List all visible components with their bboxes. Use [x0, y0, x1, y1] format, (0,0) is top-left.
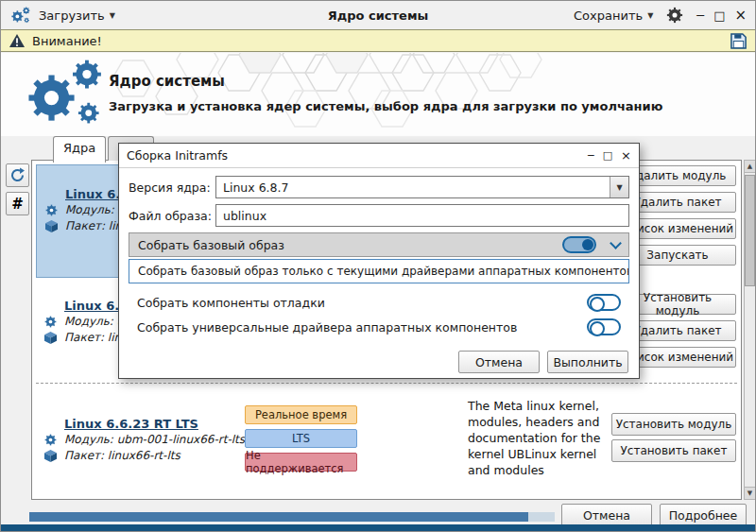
kernel-package-text: Пакет: linux66-rt-lts [64, 449, 180, 462]
realtime-badge: Реальное время [245, 405, 357, 424]
kernel-description: The Meta linux kernel, modules, headers … [468, 398, 611, 478]
module-icon [43, 204, 60, 216]
floppy-icon [730, 32, 747, 50]
kernel-item[interactable]: Linux 6.6.23 RT LTS Модуль: ubm-001-linu… [36, 401, 245, 464]
page-header: Ядро системы Загрузка и установка ядер с… [1, 53, 755, 136]
refresh-icon [9, 167, 26, 183]
debug-components-option-row: Собрать компоненты отладки [129, 291, 629, 314]
gears-logo-icon [16, 56, 111, 133]
dialog-close-button[interactable]: × [621, 148, 631, 163]
dialog-window-controls: ─ □ × [588, 148, 631, 163]
dialog-minimize-button[interactable]: ─ [588, 149, 594, 162]
warning-bar: Внимание! [1, 29, 755, 52]
refresh-button[interactable] [6, 163, 29, 187]
image-file-input[interactable] [215, 204, 629, 227]
maximize-button[interactable]: □ [713, 9, 725, 22]
hexagon-pattern [1, 53, 755, 136]
option-label: Собрать компоненты отладки [137, 296, 587, 310]
package-icon [42, 450, 59, 462]
tab-kernels[interactable]: Ядра [53, 136, 106, 163]
module-icon [42, 434, 59, 446]
list-separator [36, 383, 737, 384]
dialog-run-button[interactable]: Выполнить [547, 351, 628, 373]
app-window: Ядро системы Загрузить ▼ Сохранить ▼ ─ [0, 0, 756, 532]
app-gears-icon [9, 6, 32, 26]
progress-bar [29, 512, 555, 522]
settings-gear-icon[interactable] [666, 7, 683, 24]
package-icon [43, 220, 60, 232]
combo-dropdown-button[interactable]: ▼ [610, 177, 628, 197]
load-menu-button[interactable]: Загрузить ▼ [39, 9, 115, 23]
install-package-button[interactable]: Установить пакет [611, 439, 736, 462]
scroll-down-button[interactable]: ▼ [745, 487, 755, 499]
save-file-button[interactable] [730, 32, 747, 50]
status-strip [1, 524, 755, 531]
minimize-button[interactable]: ─ [696, 9, 704, 22]
base-image-toggle[interactable] [562, 236, 596, 253]
base-image-section-header[interactable]: Собрать базовый образ [129, 232, 629, 257]
package-icon [42, 332, 59, 344]
load-menu-label: Загрузить [39, 9, 105, 23]
page-title: Ядро системы [109, 73, 225, 90]
module-icon [42, 316, 59, 328]
warning-icon [9, 33, 26, 48]
titlebar: Ядро системы Загрузить ▼ Сохранить ▼ ─ [1, 1, 755, 29]
option-label: Собрать базовый образ только с текущими … [138, 265, 629, 278]
kernel-module-text: Модуль: ubm-001-linux66-rt-lts [64, 433, 245, 446]
install-module-button[interactable]: Установить модуль [611, 413, 736, 436]
chevron-down-icon[interactable] [610, 237, 622, 249]
kernel-version-label: Версия ядра: [129, 180, 215, 195]
dialog-title: Сборка Initramfs [127, 148, 228, 163]
unsupported-badge: Не поддерживается [245, 453, 357, 472]
kernel-version-value: Linux 6.8.7 [223, 180, 288, 195]
vertical-scrollbar[interactable]: ▲ ▼ [744, 160, 756, 500]
save-menu-button[interactable]: Сохранить ▼ [574, 9, 653, 23]
dialog-cancel-button[interactable]: Отмена [458, 351, 540, 373]
save-menu-label: Сохранить [574, 9, 643, 23]
cancel-button[interactable]: Отмена [561, 504, 652, 526]
image-file-label: Файл образа: [129, 209, 215, 223]
numbered-list-button[interactable]: # [6, 192, 29, 215]
initramfs-dialog: Сборка Initramfs ─ □ × Версия ядра: Linu… [118, 143, 640, 379]
debug-components-toggle[interactable] [587, 294, 621, 311]
side-toolbar: # [6, 163, 29, 215]
close-button[interactable]: × [734, 9, 747, 23]
kernel-version-select[interactable]: Linux 6.8.7 ▼ [215, 176, 629, 198]
kernel-actions: Установить модуль Установить пакет [611, 413, 736, 462]
caret-down-icon: ▼ [110, 11, 115, 20]
option-label: Собрать универсальные драйвера аппаратны… [137, 320, 587, 335]
dialog-titlebar: Сборка Initramfs ─ □ × [119, 144, 639, 168]
scroll-thumb[interactable] [745, 175, 755, 286]
window-controls: ─ □ × [696, 9, 747, 23]
dialog-maximize-button[interactable]: □ [603, 149, 612, 162]
warning-text: Внимание! [32, 34, 102, 48]
caret-down-icon: ▼ [616, 183, 622, 192]
caret-down-icon: ▼ [647, 11, 653, 20]
scroll-up-button[interactable]: ▲ [745, 161, 755, 173]
kernel-name-link[interactable]: Linux 6.6.23 RT LTS [64, 417, 198, 431]
progress-fill [29, 512, 528, 522]
dialog-body: Версия ядра: Linux 6.8.7 ▼ Файл образа: … [119, 168, 639, 381]
dialog-buttons: Отмена Выполнить [129, 351, 629, 373]
kernel-badges: Реальное время LTS Не поддерживается [245, 405, 357, 472]
details-button[interactable]: Подробнее [660, 504, 747, 526]
current-drivers-option-row: Собрать базовый образ только с текущими … [129, 259, 629, 283]
page-subtitle: Загрузка и установка ядер системы, выбор… [109, 99, 662, 113]
option-label: Собрать базовый образ [138, 238, 562, 252]
universal-drivers-option-row: Собрать универсальные драйвера аппаратны… [129, 316, 629, 338]
lts-badge: LTS [245, 429, 357, 448]
universal-drivers-toggle[interactable] [587, 318, 621, 335]
